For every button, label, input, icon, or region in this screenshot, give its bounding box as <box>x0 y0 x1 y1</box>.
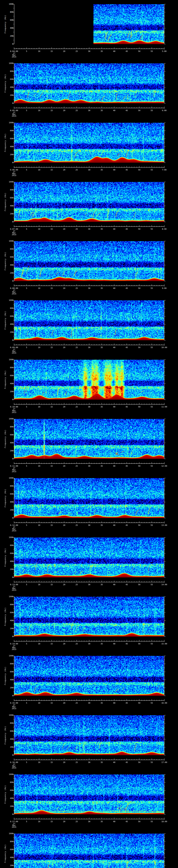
x-tick-label-end: 15:00 <box>156 643 172 645</box>
x-tick-label: 55 <box>148 169 156 171</box>
x-tick-label: 40 <box>110 465 118 467</box>
axis-lines <box>14 63 164 108</box>
spectrogram-panel: Frequency (Hz)100080060040020006:12:0051… <box>0 474 178 533</box>
x-tick-label: 5 <box>23 643 31 645</box>
x-tick-label: 5 <box>23 169 31 171</box>
x-tick-label: 25 <box>72 584 81 586</box>
date-line: 2015 <box>6 115 22 117</box>
x-tick-label: 55 <box>148 643 156 645</box>
x-tick-label: 50 <box>135 110 143 112</box>
axis-tick-marks <box>13 241 166 286</box>
axis-lines <box>14 597 164 641</box>
x-tick-label: 20 <box>60 524 68 526</box>
x-tick-label-end: 8:00 <box>156 228 172 230</box>
x-tick-label-end: 16:00 <box>156 702 172 704</box>
x-tick-label: 45 <box>123 110 131 112</box>
x-tick-label: 35 <box>97 346 106 349</box>
axis-lines <box>14 715 164 760</box>
x-tick-label: 35 <box>97 643 106 645</box>
x-tick-label-end: 9:00 <box>156 287 172 289</box>
x-tick-label: 55 <box>148 524 156 526</box>
x-tick-label: 55 <box>148 584 156 586</box>
date-line: 2015 <box>6 826 22 828</box>
x-tick-label: 10 <box>35 584 43 586</box>
axis-lines <box>14 774 164 819</box>
x-tick-label: 35 <box>97 465 106 467</box>
axis-tick-marks <box>13 537 166 583</box>
x-tick-label: 20 <box>60 643 68 645</box>
axis-lines <box>14 241 164 286</box>
x-tick-label: 5 <box>23 820 31 823</box>
x-tick-label: 30 <box>85 406 93 408</box>
x-tick-label: 15 <box>48 524 56 526</box>
x-tick-label: 25 <box>72 346 81 349</box>
x-tick-label: 20 <box>60 50 68 53</box>
date-line: 2015 <box>6 175 22 177</box>
x-tick-label: 50 <box>135 584 143 586</box>
spectrogram-panel: Frequency (Hz)100080060040020006:06:0051… <box>0 119 178 178</box>
x-tick-label: 5 <box>23 702 31 704</box>
x-tick-label: 30 <box>85 346 93 349</box>
x-tick-label-end: 5:00 <box>156 50 172 53</box>
x-tick-label: 35 <box>97 406 106 408</box>
x-tick-label: 55 <box>148 346 156 349</box>
x-tick-label: 15 <box>48 820 56 823</box>
x-tick-label: 25 <box>72 406 81 408</box>
x-tick-label: 20 <box>60 702 68 704</box>
x-tick-label: 35 <box>97 820 106 823</box>
x-tick-label: 50 <box>135 524 143 526</box>
x-tick-label: 45 <box>123 524 131 526</box>
x-tick-label: 45 <box>123 169 131 171</box>
spectrogram-panel: Frequency (Hz)100080060040020006:04:0051… <box>0 0 178 59</box>
spectrogram-panel: Frequency (Hz)100080060040020006:11:0051… <box>0 415 178 474</box>
axis-lines <box>14 182 164 226</box>
x-tick-label-end: 18:00 <box>156 820 172 823</box>
x-tick-label: 10 <box>35 762 43 764</box>
date-line: 2015 <box>6 412 22 413</box>
x-tick-label: 50 <box>135 346 143 349</box>
spectrogram-figure-stack: Frequency (Hz)100080060040020006:04:0051… <box>0 0 178 868</box>
axis-tick-marks <box>13 4 166 50</box>
x-tick-label: 35 <box>97 287 106 289</box>
x-tick-label: 25 <box>72 762 81 764</box>
x-tick-label: 45 <box>123 702 131 704</box>
x-tick-label: 40 <box>110 584 118 586</box>
spectrogram-panel: Frequency (Hz)100080060040020006:17:0051… <box>0 770 178 830</box>
x-tick-label: 10 <box>35 50 43 53</box>
x-tick-label: 25 <box>72 110 81 112</box>
x-tick-label: 55 <box>148 820 156 823</box>
x-tick-label: 5 <box>23 110 31 112</box>
x-tick-label: 30 <box>85 762 93 764</box>
x-tick-label: 25 <box>72 820 81 823</box>
x-tick-label: 20 <box>60 169 68 171</box>
x-tick-label: 45 <box>123 584 131 586</box>
x-tick-label: 55 <box>148 287 156 289</box>
x-tick-label: 45 <box>123 346 131 349</box>
x-tick-label: 50 <box>135 465 143 467</box>
x-tick-label: 5 <box>23 287 31 289</box>
x-tick-label: 25 <box>72 50 81 53</box>
axis-tick-marks <box>13 63 166 109</box>
x-tick-label: 30 <box>85 820 93 823</box>
axis-lines <box>14 123 164 167</box>
x-tick-label: 20 <box>60 110 68 112</box>
x-tick-label: 45 <box>123 465 131 467</box>
x-tick-label: 50 <box>135 406 143 408</box>
x-tick-label: 30 <box>85 584 93 586</box>
x-tick-label: 20 <box>60 584 68 586</box>
x-tick-label: 10 <box>35 110 43 112</box>
x-tick-label: 10 <box>35 287 43 289</box>
x-tick-label-end: 17:00 <box>156 762 172 764</box>
x-tick-label-end: 6:00 <box>156 110 172 112</box>
x-tick-label: 20 <box>60 228 68 230</box>
x-tick-label: 10 <box>35 702 43 704</box>
x-tick-label: 35 <box>97 228 106 230</box>
x-tick-label: 30 <box>85 702 93 704</box>
x-tick-label: 35 <box>97 524 106 526</box>
x-tick-label: 30 <box>85 110 93 112</box>
x-tick-label: 15 <box>48 346 56 349</box>
axis-tick-marks <box>13 300 166 346</box>
x-tick-label: 40 <box>110 110 118 112</box>
x-tick-label: 50 <box>135 762 143 764</box>
axis-lines <box>14 360 164 404</box>
